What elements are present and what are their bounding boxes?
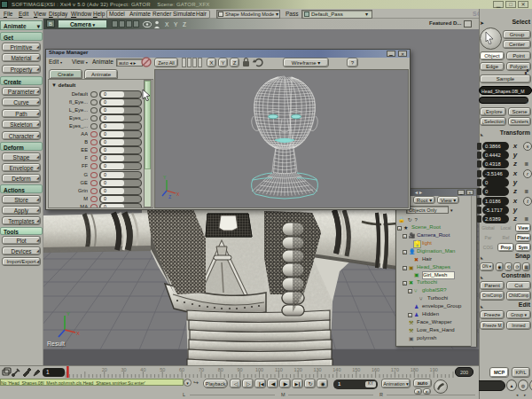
svg-text:Z: Z [168,194,171,200]
svg-text:Y: Y [163,175,167,180]
svg-text:X: X [176,192,180,197]
